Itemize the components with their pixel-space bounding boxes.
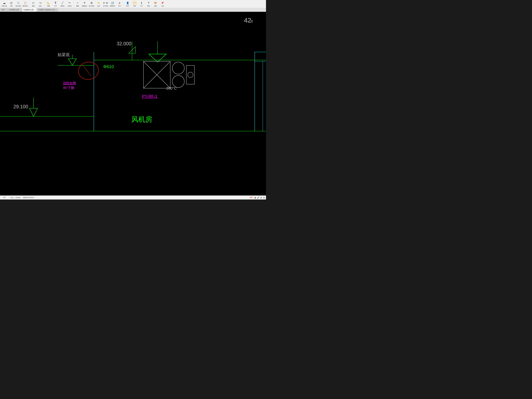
plugin-icon: 📌	[161, 1, 164, 5]
toolbar-account[interactable]: 👤 账号	[124, 0, 131, 8]
print-icon: 🖨	[118, 1, 121, 5]
toolbar-screenshot[interactable]: 🔄 屏幕旋转	[109, 0, 116, 8]
undo-icon: ↩	[32, 1, 35, 5]
layout-tab[interactable]: 布局 1	[1, 196, 8, 199]
toolbar-delete-label: 删除	[76, 5, 79, 7]
coords-display: 319 y = 319902	[10, 197, 20, 199]
tab-4-label: J-玫型F1公室2021.9.15	[38, 9, 55, 11]
toolbar-freehand[interactable]: 〜 任意线	[66, 0, 73, 8]
svg-text:280°C: 280°C	[166, 86, 177, 90]
style-icon: 🎨	[154, 1, 157, 5]
toolbar-markset[interactable]: ⚙ 标注设置	[88, 0, 95, 8]
toolbar-plugin[interactable]: 📌 小贴	[159, 0, 166, 8]
tab-2-close[interactable]: ×	[20, 9, 21, 11]
screenshot-icon: 🔄	[111, 1, 114, 5]
toolbar-hide[interactable]: 👁 隐藏标注	[81, 0, 88, 8]
toolbar-measure[interactable]: 📐 测量	[45, 0, 52, 8]
toolbar-cloud[interactable]: ☁ 快看云盘	[1, 0, 7, 8]
status-bar: 布局 1 319 y = 319902 当前标注主比例: 1 S中· ◉ 🎤 ⊞…	[0, 196, 266, 200]
status-icon-1[interactable]: ◉	[254, 196, 256, 199]
toolbar-vip-label: 会员	[133, 5, 136, 7]
tabs-bar: 公军 × N-玫型F1公军 × N-玫型F1公室 × J-玫型F1公室2021.…	[0, 8, 266, 12]
canvas-area[interactable]: 32.000 29.100 贴梁底 Φ610	[0, 12, 266, 196]
scale-icon: 📏	[97, 1, 101, 5]
svg-text:29.100: 29.100	[13, 104, 28, 109]
toolbar-fullview-label: 全图	[10, 5, 13, 7]
layout-tab-label: 布局 1	[3, 197, 7, 198]
toolbar-line[interactable]: ╱ 画直线	[59, 0, 66, 8]
toolbar-zoom[interactable]: 🔍 窗口缩放	[15, 0, 21, 8]
toolbar-text-label: 文字	[54, 5, 57, 7]
toolbar-layers-label: 图层管理	[23, 5, 28, 7]
status-icon-3[interactable]: ⊞	[260, 196, 262, 199]
cloud-icon: ☁	[2, 1, 6, 5]
scale-label: 当前标注主比例: 1	[23, 197, 35, 198]
toolbar-hide-label: 隐藏标注	[82, 5, 87, 7]
freehand-icon: 〜	[68, 1, 71, 5]
toolbar-plugin-label: 小贴	[161, 5, 164, 7]
status-icon-2[interactable]: 🎤	[257, 196, 259, 199]
toolbar-zoom-label: 窗口缩放	[16, 5, 21, 7]
toolbar-cloud-label: 快看云盘	[2, 5, 7, 7]
svg-text:45°下翻: 45°下翻	[63, 86, 74, 89]
tab-1[interactable]: 公军 ×	[0, 8, 8, 12]
toolbar-scale[interactable]: 📏 比例	[95, 0, 102, 8]
toolbar-help[interactable]: ? 帮助	[145, 0, 152, 8]
toolbar-measure-label: 测量	[47, 5, 50, 7]
scale-display: 当前标注主比例: 1	[23, 196, 35, 199]
zoom-icon: 🔍	[16, 1, 20, 5]
layers-icon: 📋	[23, 1, 27, 5]
tab-3-close[interactable]: ×	[34, 9, 35, 11]
svg-text:32.000: 32.000	[117, 41, 131, 46]
tab-4-close[interactable]: ×	[56, 9, 57, 11]
tab-4[interactable]: J-玫型F1公室2021.9.15 ×	[37, 8, 58, 12]
tab-3[interactable]: N-玫型F1公室 ×	[22, 8, 37, 12]
account-icon: 👤	[126, 1, 130, 5]
toolbar-print-label: 打印	[118, 5, 121, 7]
tab-3-label: N-玫型F1公室	[24, 9, 34, 11]
tab-1-close[interactable]: ×	[5, 9, 6, 11]
svg-text:风机房: 风机房	[131, 115, 152, 123]
toolbar-fullview[interactable]: ⊡ 全图	[8, 0, 14, 8]
vip-icon: VIP	[133, 1, 136, 5]
toolbar-textcheck[interactable]: A↔B 文字查找	[102, 0, 109, 8]
toolbar-redo-label: 恢复	[39, 5, 42, 7]
tab-2[interactable]: N-玫型F1公军 ×	[8, 8, 22, 12]
svg-text:PY-RF-1: PY-RF-1	[142, 94, 157, 98]
toolbar-redo[interactable]: ↪ 恢复	[37, 0, 44, 8]
toolbar-help-label: 帮助	[147, 5, 150, 7]
toolbar-sep-3	[73, 1, 74, 7]
tab-1-label: 公军	[1, 9, 5, 11]
info-icon: ℹ	[140, 1, 143, 5]
hide-icon: 👁	[83, 1, 87, 5]
svg-rect-0	[0, 14, 266, 193]
svg-text:42: 42	[244, 17, 251, 24]
toolbar-style-label: 风格	[154, 5, 157, 7]
toolbar-print[interactable]: 🖨 打印	[116, 0, 123, 8]
toolbar-info[interactable]: ℹ 关于	[138, 0, 145, 8]
toolbar-account-label: 账号	[126, 5, 129, 7]
toolbar-delete[interactable]: ✂ 删除	[74, 0, 81, 8]
toolbar-screenshot-label: 屏幕旋转	[110, 5, 115, 7]
toolbar-vip[interactable]: VIP 会员	[131, 0, 138, 8]
svg-text:It: It	[251, 19, 253, 23]
toolbar-undo[interactable]: ↩ 撤销	[30, 0, 37, 8]
toolbar-freehand-label: 任意线	[67, 5, 71, 7]
delete-icon: ✂	[76, 1, 80, 5]
toolbar-line-label: 画直线	[60, 5, 64, 7]
toolbar-scale-label: 比例	[97, 5, 100, 7]
redo-icon: ↪	[38, 1, 42, 5]
toolbar-undo-label: 撤销	[32, 5, 35, 7]
toolbar-markset-label: 标注设置	[89, 5, 94, 7]
software-brand: S中·	[250, 196, 253, 199]
toolbar-layers[interactable]: 📋 图层管理	[22, 0, 28, 8]
svg-text:设防虫网: 设防虫网	[63, 81, 76, 85]
toolbar-style[interactable]: 🎨 风格	[152, 0, 159, 8]
textcheck-icon: A↔B	[104, 1, 108, 5]
line-icon: ╱	[61, 1, 64, 5]
status-right-icons: S中· ◉ 🎤 ⊞ 🖥	[250, 196, 265, 199]
svg-text:贴梁底: 贴梁底	[58, 52, 70, 57]
measure-icon: 📐	[47, 1, 51, 5]
toolbar-text[interactable]: T 文字	[52, 0, 59, 8]
status-icon-4[interactable]: 🖥	[263, 196, 265, 199]
